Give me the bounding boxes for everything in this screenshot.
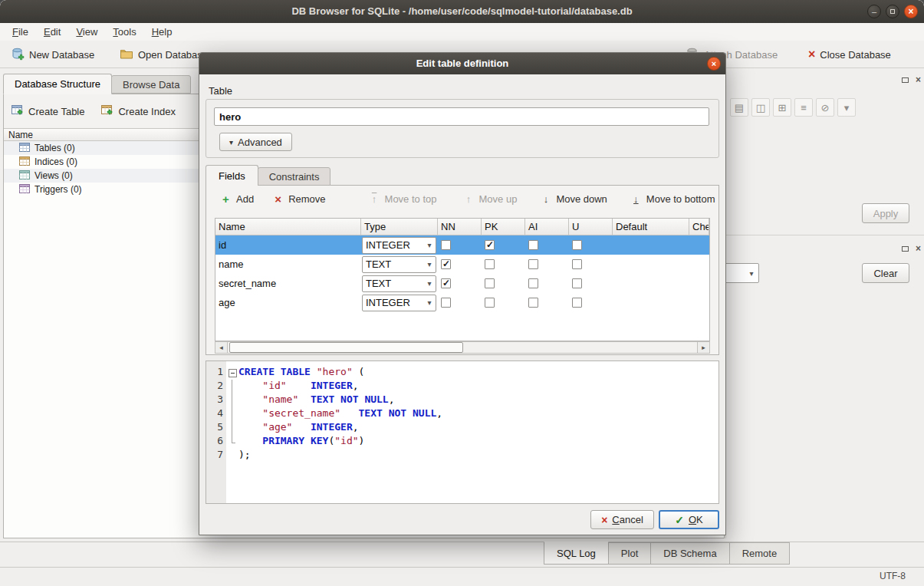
type-select[interactable]: TEXT▾ — [362, 256, 436, 273]
table-name-input[interactable] — [214, 107, 709, 126]
type-value: INTEGER — [363, 297, 423, 308]
dock-float-icon[interactable] — [902, 77, 909, 83]
field-nn-cell — [438, 255, 482, 274]
dock-tool-button[interactable]: ▤ — [730, 98, 748, 117]
column-header-check[interactable]: Check — [689, 219, 709, 235]
scrollbar-thumb[interactable] — [229, 342, 463, 353]
move-down-button[interactable]: ↓ Move down — [540, 193, 607, 205]
dock-tool-button[interactable]: ◫ — [751, 98, 770, 117]
menu-edit[interactable]: Edit — [36, 25, 68, 39]
tab-db-schema[interactable]: DB Schema — [650, 542, 729, 565]
menu-file[interactable]: File — [5, 25, 36, 39]
dialog-close-button[interactable]: × — [707, 57, 721, 71]
field-name-cell[interactable]: id — [215, 235, 361, 255]
scroll-left-icon[interactable]: ◂ — [215, 342, 228, 353]
pk-checkbox[interactable] — [485, 240, 495, 250]
ok-button[interactable]: ✓ OK — [659, 510, 719, 529]
field-row[interactable]: nameTEXT▾ — [215, 255, 709, 274]
column-header-nn[interactable]: NN — [438, 219, 482, 235]
column-header-pk[interactable]: PK — [482, 219, 525, 235]
field-check-cell[interactable] — [689, 274, 709, 293]
field-check-cell[interactable] — [689, 235, 709, 255]
move-to-bottom-button[interactable]: ↓ Move to bottom — [630, 193, 715, 205]
ai-checkbox[interactable] — [528, 259, 538, 269]
create-index-button[interactable]: Create Index — [101, 105, 175, 118]
field-row[interactable]: ageINTEGER▾ — [215, 293, 709, 312]
field-name-cell[interactable]: secret_name — [215, 274, 361, 293]
nn-checkbox[interactable] — [441, 298, 451, 308]
column-header-ai[interactable]: AI — [525, 219, 569, 235]
menu-help[interactable]: Help — [144, 25, 180, 39]
nn-checkbox[interactable] — [441, 240, 451, 250]
nn-checkbox[interactable] — [441, 259, 451, 269]
fields-horizontal-scrollbar[interactable]: ◂ ▸ — [215, 341, 710, 354]
column-header-default[interactable]: Default — [613, 219, 689, 235]
field-default-cell[interactable] — [613, 274, 689, 293]
advanced-toggle-button[interactable]: ▾ Advanced — [219, 133, 292, 151]
ai-checkbox[interactable] — [528, 298, 538, 308]
u-checkbox[interactable] — [572, 240, 582, 250]
tab-plot[interactable]: Plot — [608, 542, 651, 565]
tab-browse-data[interactable]: Browse Data — [111, 75, 191, 94]
sql-preview-editor[interactable]: 1CREATE TABLE "hero" (2 "id" INTEGER,3 "… — [206, 360, 719, 504]
nn-checkbox[interactable] — [441, 278, 451, 288]
dock-close-icon[interactable]: × — [916, 75, 921, 84]
create-table-button[interactable]: Create Table — [12, 105, 84, 118]
fold-marker[interactable] — [226, 366, 238, 380]
move-up-button[interactable]: ↑ Move up — [463, 193, 518, 205]
ai-checkbox[interactable] — [528, 278, 538, 288]
pk-checkbox[interactable] — [485, 298, 495, 308]
type-select[interactable]: TEXT▾ — [362, 275, 436, 292]
field-default-cell[interactable] — [613, 293, 689, 312]
close-button[interactable]: × — [904, 5, 918, 18]
ai-checkbox[interactable] — [528, 240, 538, 250]
dock-tool-button[interactable]: ⊘ — [816, 98, 834, 117]
dock-tool-button[interactable]: ▾ — [837, 98, 856, 117]
fold-marker — [226, 393, 238, 407]
maximize-button[interactable] — [886, 5, 899, 18]
window-titlebar[interactable]: DB Browser for SQLite - /home/user/code/… — [0, 0, 924, 23]
field-check-cell[interactable] — [689, 293, 709, 312]
tab-fields[interactable]: Fields — [206, 165, 258, 186]
field-name-cell[interactable]: age — [215, 293, 361, 312]
cancel-button[interactable]: × Cancel — [590, 510, 654, 529]
dialog-titlebar[interactable]: Edit table definition × — [199, 53, 725, 74]
column-header-u[interactable]: U — [569, 219, 613, 235]
dock-tool-button[interactable]: ≡ — [794, 98, 813, 117]
u-checkbox[interactable] — [572, 278, 582, 288]
tab-sql-log[interactable]: SQL Log — [544, 542, 609, 565]
add-field-button[interactable]: + Add — [220, 193, 254, 205]
scroll-right-icon[interactable]: ▸ — [697, 342, 709, 353]
pk-checkbox[interactable] — [485, 278, 495, 288]
apply-button[interactable]: Apply — [862, 203, 909, 223]
tab-database-structure[interactable]: Database Structure — [3, 74, 112, 94]
new-database-button[interactable]: New Database — [6, 44, 99, 65]
sql-code: CREATE TABLE "hero" ( — [238, 366, 364, 380]
dock-float-icon[interactable] — [902, 246, 909, 252]
u-checkbox[interactable] — [572, 259, 582, 269]
menu-tools[interactable]: Tools — [105, 25, 143, 39]
field-row[interactable]: secret_nameTEXT▾ — [215, 274, 709, 293]
type-select[interactable]: INTEGER▾ — [362, 237, 436, 254]
column-header-type[interactable]: Type — [361, 219, 438, 235]
dock-tool-button[interactable]: ⊞ — [773, 98, 791, 117]
field-check-cell[interactable] — [689, 255, 709, 274]
clear-button[interactable]: Clear — [862, 263, 909, 283]
field-row[interactable]: idINTEGER▾ — [215, 235, 709, 255]
column-header-name[interactable]: Name — [215, 219, 361, 235]
tab-constraints[interactable]: Constraints — [258, 167, 331, 186]
field-name-cell[interactable]: name — [215, 255, 361, 274]
indices-icon — [19, 156, 30, 168]
minimize-button[interactable]: – — [867, 5, 881, 18]
u-checkbox[interactable] — [572, 298, 582, 308]
close-database-button[interactable]: × Close Database — [804, 44, 896, 65]
move-to-top-button[interactable]: ↑ Move to top — [369, 193, 437, 205]
type-select[interactable]: INTEGER▾ — [362, 295, 436, 311]
field-default-cell[interactable] — [613, 235, 689, 255]
dock-close-icon[interactable]: × — [916, 244, 921, 253]
menu-view[interactable]: View — [68, 25, 105, 39]
pk-checkbox[interactable] — [485, 259, 495, 269]
field-default-cell[interactable] — [613, 255, 689, 274]
remove-field-button[interactable]: × Remove — [272, 193, 325, 205]
tab-remote[interactable]: Remote — [729, 542, 791, 565]
